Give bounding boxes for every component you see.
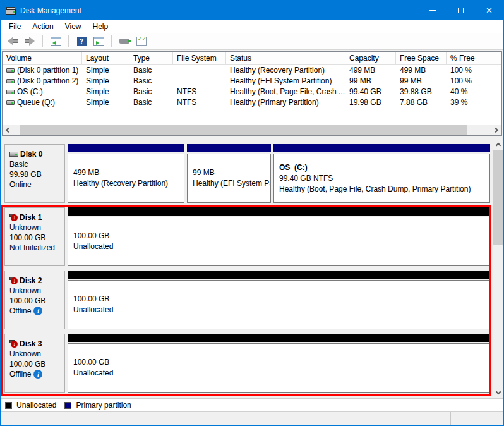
disk-status: Online [9,180,32,190]
unallocated-region[interactable]: 100.00 GB Unallocated [68,271,490,329]
disk0-partitions: 499 MB Healthy (Recovery Partition) 99 M… [68,144,490,203]
column-header-file-system[interactable]: File System [173,52,226,64]
disk1-partitions: 100.00 GB Unallocated [68,207,490,266]
disk-row-2: ↓Disk 2 Unknown 100.00 GB Offlinei 100.0… [4,271,490,329]
vertical-scrollbar-thumb[interactable] [493,150,503,245]
disk-list: Disk 0 Basic 99.98 GB Online 499 MB Heal… [1,139,493,398]
column-header-free-space[interactable]: Free Space [396,52,447,64]
properties-icon [119,39,129,44]
disk-management-window: Disk Management ✕ File Action View Help … [0,0,504,426]
menu-view[interactable]: View [59,21,87,32]
layout-value: Simple [82,97,129,108]
pct-free-value: 100 % [447,76,501,87]
console-tree-icon [51,37,61,46]
unallocated-region[interactable]: 100.00 GB Unallocated [68,334,490,393]
partition-recovery[interactable]: 499 MB Healthy (Recovery Partition) [68,144,184,203]
disk-name: Disk 2 [20,276,42,286]
info-icon[interactable]: i [33,307,42,315]
properties-button[interactable] [117,34,131,48]
partition-os-c[interactable]: OS (C:) 99.40 GB NTFS Healthy (Boot, Pag… [273,144,490,203]
column-header-layout[interactable]: Layout [82,52,129,64]
status-bar-segment [450,412,503,425]
scroll-left-button[interactable] [3,125,13,135]
type-value: Basic [129,97,173,108]
disk-row-3: ↓Disk 3 Unknown 100.00 GB Offlinei 100.0… [4,334,490,393]
menu-action[interactable]: Action [27,21,59,32]
status-value: Healthy (Primary Partition) [226,97,345,108]
disk-type: Unknown [9,349,63,359]
horizontal-scrollbar[interactable] [3,125,501,135]
scroll-down-button[interactable] [493,387,503,398]
capacity-value: 99.40 GB [345,87,396,97]
volume-name: Queue (Q:) [17,97,55,108]
disk-size: 100.00 GB [9,359,63,369]
column-header-capacity[interactable]: Capacity [345,52,396,64]
table-row[interactable]: (Disk 0 partition 2) Simple Basic Health… [3,76,501,87]
disk-management-app-icon [6,7,16,15]
disk2-label-panel[interactable]: ↓Disk 2 Unknown 100.00 GB Offlinei [4,271,65,329]
partition-efi[interactable]: 99 MB Healthy (EFI System Pa [187,144,271,203]
partition-status: Healthy (Boot, Page File, Crash Dump, Pr… [279,184,489,195]
table-row[interactable]: Queue (Q:) Simple Basic NTFS Healthy (Pr… [3,97,501,108]
pct-free-value: 40 % [447,87,501,97]
file-system-value: NTFS [173,97,226,108]
minimize-button[interactable] [418,1,447,20]
toolbar-separator [111,35,112,47]
legend-label-primary-partition: Primary partition [76,401,131,410]
status-value: Healthy (Recovery Partition) [226,65,345,76]
table-row[interactable]: (Disk 0 partition 1) Simple Basic Health… [3,65,501,76]
unallocated-bar [68,207,490,216]
info-icon[interactable]: i [33,370,42,379]
menu-help[interactable]: Help [87,21,114,32]
scroll-up-button[interactable] [493,139,503,150]
capacity-value: 19.98 GB [345,97,396,108]
volume-list-section: Volume Layout Type File System Status Ca… [1,50,503,136]
free-space-value: 99 MB [396,76,447,87]
disk-error-icon: ↓ [9,340,18,348]
forward-icon [25,37,35,46]
tasks-button[interactable]: ✓✓ [135,34,148,48]
maximize-button[interactable] [447,1,475,20]
table-row[interactable]: OS (C:) Simple Basic NTFS Healthy (Boot,… [3,87,501,97]
file-system-value [173,65,226,76]
close-button[interactable]: ✕ [475,1,503,20]
title-bar: Disk Management ✕ [1,1,503,20]
show-action-pane-button[interactable] [92,34,105,48]
back-button[interactable] [6,34,20,48]
disk-size: 100.00 GB [9,296,63,306]
disk1-label-panel[interactable]: ↓Disk 1 Unknown 100.00 GB Not Initialize… [4,207,65,266]
toolbar-separator [68,35,69,47]
partition-size: 99 MB [193,167,270,178]
vertical-scrollbar[interactable] [493,139,503,398]
status-bar [1,411,503,425]
disk-error-icon: ↓ [9,214,18,221]
disk0-label-panel[interactable]: Disk 0 Basic 99.98 GB Online [4,144,65,203]
disk-type: Unknown [9,222,63,233]
legend-bar: Unallocated Primary partition [1,398,503,411]
partition-size: 100.00 GB [73,231,489,241]
status-bar-segment [366,412,450,425]
horizontal-scrollbar-thumb[interactable] [20,125,467,135]
column-header-status[interactable]: Status [226,52,345,64]
primary-partition-bar [68,144,184,152]
unallocated-region[interactable]: 100.00 GB Unallocated [68,207,490,266]
show-console-tree-button[interactable] [49,34,63,48]
disk-type: Basic [9,159,63,169]
menu-file[interactable]: File [3,21,27,32]
volume-icon [6,90,15,94]
disk3-label-panel[interactable]: ↓Disk 3 Unknown 100.00 GB Offlinei [4,334,65,393]
volume-name: OS (C:) [17,87,43,97]
primary-partition-bar [187,144,271,152]
volume-icon [6,100,15,105]
chevron-left-icon [6,128,11,133]
capacity-value: 99 MB [345,76,396,87]
disk-name: Disk 0 [20,149,42,159]
column-header-pct-free[interactable]: % Free [447,52,501,64]
forward-button[interactable] [23,34,37,48]
volume-icon [6,68,15,73]
column-header-volume[interactable]: Volume [3,52,82,64]
help-button[interactable]: ? [75,34,88,48]
scroll-right-button[interactable] [491,125,501,135]
column-header-type[interactable]: Type [129,52,173,64]
partition-status: Unallocated [73,368,489,379]
